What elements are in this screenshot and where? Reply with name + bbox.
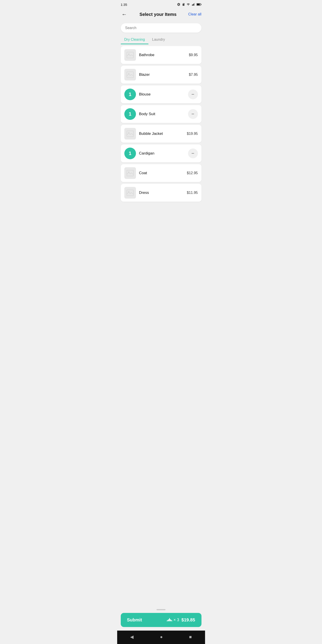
search-input[interactable] xyxy=(125,26,197,30)
search-container xyxy=(117,22,205,35)
image-placeholder-icon xyxy=(126,170,134,176)
svg-rect-3 xyxy=(194,3,195,6)
sdcard-icon xyxy=(182,3,185,6)
item-name: Coat xyxy=(139,171,187,175)
list-item[interactable]: Bathrobe$9.95 xyxy=(121,46,202,64)
list-item[interactable]: Coat$12.95 xyxy=(121,164,202,182)
status-icons xyxy=(177,3,202,6)
item-price: $12.95 xyxy=(187,171,198,175)
item-price: $11.95 xyxy=(187,191,198,195)
hanger-icon xyxy=(166,618,173,622)
tab-dry-cleaning[interactable]: Dry Cleaning xyxy=(121,35,148,44)
svg-rect-13 xyxy=(127,170,134,176)
image-placeholder-icon xyxy=(126,72,134,78)
nav-back-button[interactable]: ◀ xyxy=(130,634,134,640)
list-item[interactable]: 1Cardigan− xyxy=(121,144,202,162)
item-name: Cardigan xyxy=(139,151,188,156)
submit-price: $19.85 xyxy=(181,618,195,622)
settings-icon xyxy=(177,3,180,6)
list-item[interactable]: Blazer$7.95 xyxy=(121,66,202,84)
list-item[interactable]: Bubble Jacket$19.95 xyxy=(121,125,202,143)
search-input-wrapper[interactable] xyxy=(121,23,202,33)
item-count-badge: 1 xyxy=(124,108,136,120)
nav-recent-button[interactable]: ■ xyxy=(189,634,192,640)
item-minus-button[interactable]: − xyxy=(188,90,198,99)
status-time: 1:35 xyxy=(121,3,127,6)
item-name: Bubble Jacket xyxy=(139,132,187,136)
item-name: Blazer xyxy=(139,72,189,77)
item-name: Bathrobe xyxy=(139,53,189,57)
tab-laundry[interactable]: Laundry xyxy=(148,35,168,44)
item-image xyxy=(124,167,136,179)
item-name: Dress xyxy=(139,190,187,195)
item-price: $7.95 xyxy=(189,73,198,77)
item-image xyxy=(124,128,136,140)
svg-rect-2 xyxy=(194,4,194,6)
image-placeholder-icon xyxy=(126,190,134,196)
list-item[interactable]: Dress$11.95 xyxy=(121,184,202,202)
submit-button[interactable]: Submit × 3 $19.85 xyxy=(121,613,202,627)
item-minus-button[interactable]: − xyxy=(188,109,198,119)
svg-rect-5 xyxy=(200,4,201,5)
submit-label: Submit xyxy=(127,618,142,622)
signal-icon xyxy=(192,3,195,6)
svg-rect-9 xyxy=(127,72,134,78)
tabs-container: Dry Cleaning Laundry xyxy=(117,35,205,44)
nav-bar: ◀ ● ■ xyxy=(117,630,205,644)
status-bar: 1:35 xyxy=(117,0,205,8)
item-image xyxy=(124,49,136,61)
svg-rect-7 xyxy=(127,52,134,58)
item-price: $9.95 xyxy=(189,53,198,57)
scroll-indicator xyxy=(117,607,205,611)
item-name: Body Suit xyxy=(139,112,188,116)
item-image xyxy=(124,187,136,198)
item-image xyxy=(124,69,136,80)
item-minus-button[interactable]: − xyxy=(188,148,198,158)
list-item[interactable]: 1Blouse− xyxy=(121,86,202,103)
page-title: Select your Items xyxy=(128,12,188,17)
svg-rect-0 xyxy=(192,5,192,6)
header: ← Select your Items Clear all xyxy=(117,8,205,22)
clear-all-button[interactable]: Clear all xyxy=(188,12,202,16)
scroll-pill xyxy=(156,609,166,610)
item-name: Blouse xyxy=(139,92,188,96)
svg-rect-15 xyxy=(127,190,134,196)
items-list: Bathrobe$9.95 Blazer$7.951Blouse−1Body S… xyxy=(117,46,205,607)
svg-rect-11 xyxy=(127,131,134,137)
submit-info: × 3 $19.85 xyxy=(166,618,195,622)
wifi-icon xyxy=(186,3,190,6)
item-count-badge: 1 xyxy=(124,148,136,159)
submit-container: Submit × 3 $19.85 xyxy=(117,611,205,630)
svg-rect-17 xyxy=(166,621,172,621)
battery-icon xyxy=(196,3,202,6)
item-price: $19.95 xyxy=(187,132,198,136)
back-button[interactable]: ← xyxy=(121,10,128,18)
svg-rect-1 xyxy=(193,4,193,6)
submit-count-info: × 3 xyxy=(166,618,179,622)
list-item[interactable]: 1Body Suit− xyxy=(121,105,202,123)
item-count-badge: 1 xyxy=(124,88,136,100)
image-placeholder-icon xyxy=(126,130,134,137)
svg-rect-6 xyxy=(197,4,200,5)
image-placeholder-icon xyxy=(126,52,134,58)
nav-home-button[interactable]: ● xyxy=(160,634,162,640)
